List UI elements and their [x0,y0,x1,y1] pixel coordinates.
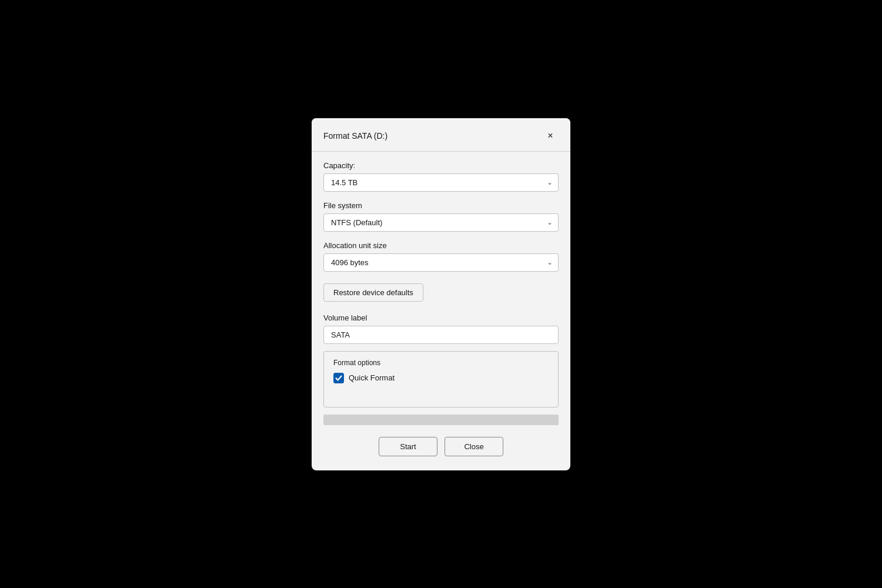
restore-defaults-button[interactable]: Restore device defaults [323,283,423,302]
allocation-unit-dropdown[interactable]: 512 bytes 1024 bytes 2048 bytes 4096 byt… [323,253,559,272]
title-bar: Format SATA (D:) × [312,118,570,151]
format-options-legend: Format options [333,359,549,367]
progress-bar [323,415,559,425]
allocation-unit-label: Allocation unit size [323,241,559,250]
quick-format-checkbox[interactable] [333,373,344,383]
capacity-dropdown-wrapper: 14.5 TB ⌄ [323,173,559,192]
volume-label-label: Volume label [323,313,559,322]
capacity-dropdown[interactable]: 14.5 TB [323,173,559,192]
format-options-group: Format options Quick Format [323,351,559,407]
checkmark-icon [335,375,342,382]
allocation-unit-dropdown-wrapper: 512 bytes 1024 bytes 2048 bytes 4096 byt… [323,253,559,272]
quick-format-row: Quick Format [333,373,549,383]
format-dialog: Format SATA (D:) × Capacity: 14.5 TB ⌄ F… [312,118,570,470]
capacity-label: Capacity: [323,161,559,170]
title-close-button[interactable]: × [542,128,559,144]
title-divider [312,151,570,152]
close-button[interactable]: Close [445,437,503,456]
start-button[interactable]: Start [379,437,437,456]
button-row: Start Close [312,437,570,456]
file-system-label: File system [323,201,559,210]
dialog-title: Format SATA (D:) [323,131,387,141]
dialog-content: Capacity: 14.5 TB ⌄ File system NTFS (De… [312,161,570,425]
file-system-dropdown[interactable]: NTFS (Default) FAT32 exFAT [323,213,559,232]
quick-format-label: Quick Format [349,373,395,382]
volume-label-input[interactable] [323,326,559,344]
file-system-dropdown-wrapper: NTFS (Default) FAT32 exFAT ⌄ [323,213,559,232]
